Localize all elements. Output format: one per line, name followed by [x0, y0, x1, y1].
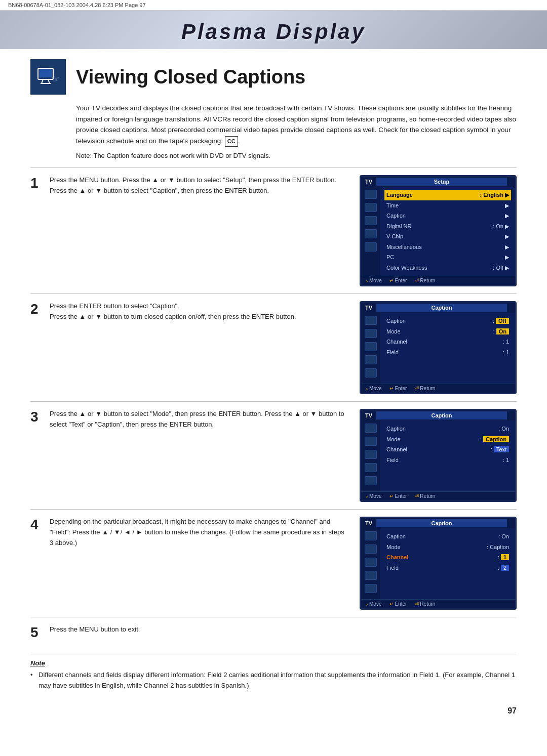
- sidebar-icon-3a: [365, 424, 377, 433]
- note-bullet: Different channels and fields display di…: [30, 670, 517, 691]
- menu-item-digitalnr: Digital NR : On ▶: [384, 221, 511, 232]
- step-1-left: 1 Press the MENU button. Press the ▲ or …: [30, 175, 344, 196]
- sidebar-icon-2e: [365, 368, 377, 377]
- tv-label-2: TV: [365, 305, 372, 311]
- step-4-text: Depending on the particular broadcast, i…: [50, 517, 344, 548]
- tv-bottom-4: ⬦ Move ↵ Enter ⏎ Return: [361, 599, 515, 608]
- tv-screen-4: TV Caption Caption: [360, 517, 517, 610]
- tv-top-bar-1: TV Setup: [361, 177, 515, 187]
- svg-text:☞: ☞: [52, 74, 60, 84]
- svg-line-3: [48, 79, 50, 83]
- intro-paragraph: Your TV decodes and displays the closed …: [76, 103, 517, 147]
- tv-title-3: Caption: [376, 411, 507, 419]
- tv-label-1: TV: [365, 179, 372, 185]
- sidebar-icon-3b: [365, 437, 377, 446]
- tv-bottom-3: ⬦ Move ↵ Enter ⏎ Return: [361, 491, 515, 500]
- tv-body-2: Caption : Off Mode : On Channel : 1: [361, 313, 515, 384]
- step-5-row: 5 Press the MENU button to exit.: [30, 617, 517, 644]
- menu-item-field2: Field : 1: [384, 347, 511, 358]
- step-4-row: 4 Depending on the particular broadcast,…: [30, 509, 517, 617]
- tv-sidebar-2: [361, 313, 380, 384]
- menu-item-caption2: Caption : Off: [384, 316, 511, 326]
- svg-line-2: [42, 79, 43, 83]
- tv-screen-2: TV Caption Caption: [360, 301, 517, 394]
- step-3-text: Press the ▲ or ▼ button to select "Mode"…: [50, 409, 344, 430]
- menu-item-language: Language : English ▶: [384, 190, 511, 200]
- cc-symbol: CC: [225, 136, 238, 147]
- sidebar-icon-4e: [365, 584, 377, 593]
- sidebar-icon-4d: [365, 571, 377, 580]
- menu-item-field4: Field : 2: [384, 563, 511, 573]
- tv-label-3: TV: [365, 412, 372, 418]
- menu-item-pc: PC ▶: [384, 252, 511, 263]
- sidebar-icon-4a: [365, 531, 377, 540]
- bottom-enter-1: ↵ Enter: [389, 278, 407, 283]
- tv-screen-3: TV Caption Caption: [360, 409, 517, 502]
- tv-body-3: Caption : On Mode : Caption Channel : Te…: [361, 421, 515, 491]
- step-1-row: 1 Press the MENU button. Press the ▲ or …: [30, 167, 517, 293]
- tv-sidebar-4: [361, 528, 380, 599]
- menu-item-mode2: Mode : On: [384, 326, 511, 337]
- header-meta: BN68-00678A-01_082-103 2004.4.28 6:23 PM…: [0, 0, 547, 11]
- page-title-section: ☞ Viewing Closed Captions: [30, 59, 517, 95]
- sidebar-icon-4c: [365, 558, 377, 567]
- step-3-left: 3 Press the ▲ or ▼ button to select "Mod…: [30, 409, 344, 430]
- menu-item-time: Time ▶: [384, 200, 511, 211]
- step-2-number: 2: [30, 302, 45, 316]
- step-2-screen: TV Caption Caption: [360, 301, 517, 394]
- tv-top-bar-2: TV Caption: [361, 303, 515, 313]
- menu-item-caption4: Caption : On: [384, 531, 511, 542]
- move-icon-3: ⬦: [365, 493, 368, 499]
- sidebar-icon-2c: [365, 342, 377, 351]
- title-icon: ☞: [30, 59, 66, 95]
- return-icon-1: ⏎: [415, 278, 419, 283]
- tv-body-4: Caption : On Mode : Caption Channel : 1: [361, 528, 515, 599]
- menu-item-colorweakness: Color Weakness : Off ▶: [384, 263, 511, 273]
- tv-label-4: TV: [365, 520, 372, 526]
- svg-rect-1: [40, 69, 52, 77]
- step-4-screen: TV Caption Caption: [360, 517, 517, 610]
- bottom-enter-2: ↵ Enter: [389, 386, 407, 391]
- step-5-number: 5: [30, 625, 45, 640]
- sidebar-icon-1a: [365, 190, 377, 199]
- menu-item-caption3: Caption : On: [384, 424, 511, 434]
- tv-menu-3: Caption : On Mode : Caption Channel : Te…: [380, 421, 515, 491]
- step-1-text: Press the MENU button. Press the ▲ or ▼ …: [50, 175, 344, 196]
- bottom-return-1: ⏎ Return: [415, 278, 435, 283]
- tv-menu-1: Language : English ▶ Time ▶ Caption ▶: [380, 187, 515, 276]
- sidebar-icon-1d: [365, 229, 377, 238]
- step-3-row: 3 Press the ▲ or ▼ button to select "Mod…: [30, 401, 517, 509]
- enter-icon-3: ↵: [389, 493, 394, 499]
- menu-item-channel2: Channel : 1: [384, 337, 511, 347]
- page-title: Viewing Closed Captions: [76, 66, 305, 88]
- return-icon-4: ⏎: [415, 601, 419, 607]
- sidebar-icon-4b: [365, 544, 377, 554]
- tv-body-1: Language : English ▶ Time ▶ Caption ▶: [361, 187, 515, 276]
- tv-top-bar-4: TV Caption: [361, 518, 515, 528]
- note-title: Note: [30, 659, 517, 667]
- return-icon-3: ⏎: [415, 493, 419, 499]
- title-icon-svg: ☞: [35, 64, 61, 90]
- step-4-number: 4: [30, 518, 45, 532]
- enter-icon-1: ↵: [389, 278, 394, 283]
- sidebar-icon-3e: [365, 476, 377, 485]
- sidebar-icon-3c: [365, 450, 377, 459]
- step-1-screen: TV Setup Language: [360, 175, 517, 286]
- bottom-return-3: ⏎ Return: [415, 493, 435, 499]
- sidebar-icon-2d: [365, 355, 377, 364]
- bottom-enter-4: ↵ Enter: [389, 601, 407, 607]
- tv-menu-2: Caption : Off Mode : On Channel : 1: [380, 313, 515, 384]
- tv-sidebar-3: [361, 421, 380, 491]
- sidebar-icon-1c: [365, 216, 377, 225]
- menu-item-mode4: Mode : Caption: [384, 542, 511, 553]
- menu-item-channel4: Channel : 1: [384, 552, 511, 563]
- bottom-return-2: ⏎ Return: [415, 386, 435, 391]
- bottom-enter-3: ↵ Enter: [389, 493, 407, 499]
- menu-item-channel3: Channel : Text: [384, 444, 511, 455]
- menu-item-caption: Caption ▶: [384, 211, 511, 221]
- page-number: 97: [0, 701, 547, 721]
- tv-top-bar-3: TV Caption: [361, 410, 515, 421]
- tv-sidebar-1: [361, 187, 380, 276]
- bottom-move-1: ⬦ Move: [365, 278, 381, 283]
- main-content: ☞ Viewing Closed Captions Your TV decode…: [0, 49, 547, 701]
